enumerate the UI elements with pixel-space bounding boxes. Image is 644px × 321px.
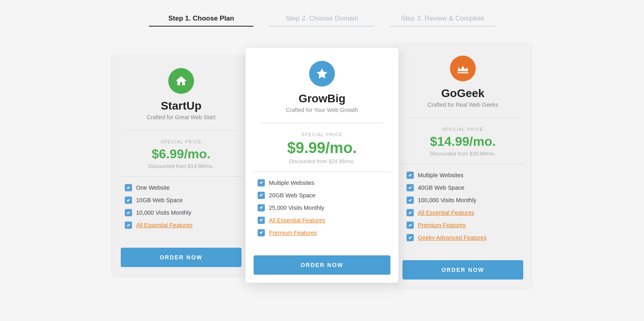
feature-text: 20GB Web Space — [269, 192, 316, 199]
startup-icon — [168, 68, 194, 94]
growbig-icon — [309, 61, 335, 87]
startup-tagline: Crafted for Great Web Start — [147, 114, 216, 120]
feature-link[interactable]: Premium Features — [418, 222, 466, 228]
plan-startup: StartUp Crafted for Great Web Start SPEC… — [113, 55, 250, 275]
plans-container: StartUp Crafted for Great Web Start SPEC… — [0, 43, 644, 288]
startup-name: StartUp — [161, 99, 201, 112]
plan-growbig-header: GrowBig Crafted for Your Web Growth — [246, 48, 398, 123]
gogeek-price-original: Discounted from $39.99/mo. — [430, 151, 495, 157]
gogeek-tagline: Crafted for Real Web Geeks — [427, 101, 498, 108]
feature-text: Multiple Websites — [418, 172, 463, 178]
growbig-order-button[interactable]: ORDER NOW — [254, 255, 390, 275]
feature-text: 25,000 Visits Monthly — [269, 205, 324, 211]
check-icon — [258, 179, 265, 186]
gogeek-name: GoGeek — [441, 87, 484, 100]
list-item: 100,000 Visits Monthly — [407, 197, 519, 204]
step-1-label: Step 1. Choose Plan — [168, 14, 234, 26]
startup-order-button[interactable]: ORDER NOW — [121, 248, 242, 267]
list-item: 20GB Web Space — [258, 192, 386, 199]
step-1[interactable]: Step 1. Choose Plan — [149, 14, 254, 27]
check-icon — [258, 192, 265, 199]
list-item: 25,000 Visits Monthly — [258, 204, 386, 211]
list-item: 40GB Web Space — [407, 184, 519, 191]
startup-pricing: SPECIAL PRICE $6.99/mo. Discounted from … — [113, 130, 250, 176]
star-icon — [316, 67, 328, 80]
gogeek-pricing: SPECIAL PRICE $14.99/mo. Discounted from… — [394, 118, 531, 164]
step-2: Step 2. Choose Domain — [270, 14, 374, 27]
list-item: Premium Features — [407, 222, 519, 229]
gogeek-price: $14.99/mo. — [430, 134, 496, 149]
feature-text: 40GB Web Space — [418, 184, 464, 191]
growbig-special-label: SPECIAL PRICE — [301, 132, 343, 137]
check-icon — [258, 217, 265, 224]
list-item: All Essential Features — [407, 209, 519, 216]
growbig-name: GrowBig — [299, 92, 346, 105]
step-1-line — [149, 26, 254, 27]
growbig-price-original: Discounted from $24.99/mo. — [289, 158, 355, 164]
list-item: 10,000 Visits Monthly — [125, 209, 237, 216]
list-item: Multiple Websites — [258, 179, 386, 186]
feature-link[interactable]: All Essential Features — [418, 209, 474, 216]
feature-text: One Website — [136, 184, 170, 191]
step-3-line — [390, 26, 495, 27]
startup-cta: ORDER NOW — [113, 242, 250, 275]
growbig-price: $9.99/mo. — [287, 139, 357, 157]
check-icon — [258, 229, 265, 236]
check-icon — [407, 172, 414, 179]
check-icon — [407, 222, 414, 229]
startup-features: One Website 10GB Web Space 10,000 Visits… — [113, 184, 250, 242]
feature-text: 100,000 Visits Monthly — [418, 197, 477, 203]
check-icon — [125, 184, 132, 191]
feature-link[interactable]: All Essential Features — [269, 217, 325, 224]
step-3: Step 3. Review & Complete — [390, 14, 495, 27]
check-icon — [407, 184, 414, 191]
check-icon — [407, 197, 414, 204]
feature-link[interactable]: Premium Features — [269, 230, 317, 236]
check-icon — [125, 222, 132, 229]
check-icon — [125, 197, 132, 204]
list-item: Premium Features — [258, 229, 386, 236]
feature-text: 10,000 Visits Monthly — [136, 209, 192, 216]
startup-features-divider — [120, 176, 243, 177]
check-icon — [125, 209, 132, 216]
steps-nav: Step 1. Choose Plan Step 2. Choose Domai… — [0, 0, 644, 43]
house-icon — [175, 75, 188, 87]
gogeek-special-label: SPECIAL PRICE — [442, 127, 483, 132]
growbig-features: Multiple Websites 20GB Web Space 25,000 … — [246, 179, 398, 250]
list-item: All Essential Features — [258, 217, 386, 224]
startup-price-original: Discounted from $14.99/mo. — [148, 163, 214, 169]
feature-text: Multiple Websites — [269, 180, 314, 186]
feature-text: 10GB Web Space — [136, 197, 183, 203]
gogeek-features-divider — [401, 164, 524, 164]
crown-icon — [456, 62, 469, 75]
plan-gogeek: GoGeek Crafted for Real Web Geeks SPECIA… — [394, 43, 531, 288]
gogeek-icon — [450, 56, 476, 81]
feature-link[interactable]: Geeky Advanced Features — [418, 234, 487, 241]
gogeek-features: Multiple Websites 40GB Web Space 100,000… — [394, 172, 531, 255]
growbig-pricing: SPECIAL PRICE $9.99/mo. Discounted from … — [246, 123, 398, 172]
step-3-label: Step 3. Review & Complete — [401, 14, 485, 26]
list-item: One Website — [125, 184, 237, 191]
growbig-cta: ORDER NOW — [246, 250, 398, 283]
step-2-label: Step 2. Choose Domain — [286, 14, 359, 26]
list-item: Geeky Advanced Features — [407, 234, 519, 241]
feature-link[interactable]: All Essential Features — [136, 222, 192, 228]
plan-startup-header: StartUp Crafted for Great Web Start — [113, 55, 250, 130]
check-icon — [407, 209, 414, 216]
list-item: All Essential Features — [125, 222, 237, 229]
step-2-line — [270, 26, 374, 27]
list-item: 10GB Web Space — [125, 197, 237, 204]
growbig-tagline: Crafted for Your Web Growth — [286, 107, 358, 113]
check-icon — [407, 234, 414, 241]
check-icon — [258, 204, 265, 211]
plan-growbig: GrowBig Crafted for Your Web Growth SPEC… — [246, 48, 398, 283]
gogeek-cta: ORDER NOW — [394, 255, 531, 288]
startup-price: $6.99/mo. — [152, 147, 211, 162]
startup-special-label: SPECIAL PRICE — [161, 139, 202, 144]
list-item: Multiple Websites — [407, 172, 519, 179]
plan-gogeek-header: GoGeek Crafted for Real Web Geeks — [394, 43, 531, 118]
gogeek-order-button[interactable]: ORDER NOW — [402, 260, 523, 280]
growbig-features-divider — [253, 172, 391, 172]
